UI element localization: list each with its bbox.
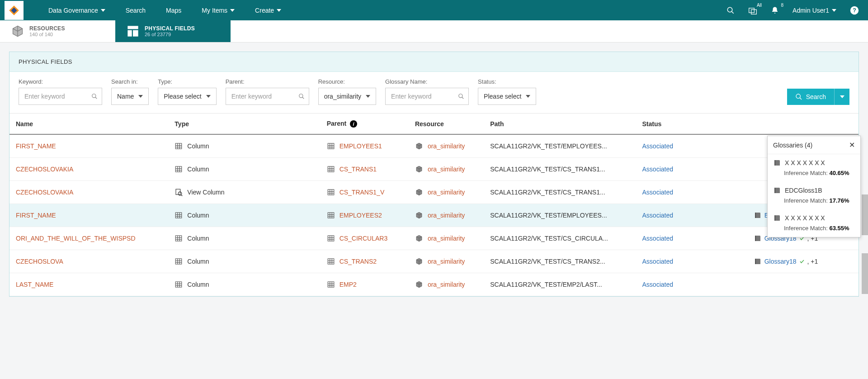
- parent-link[interactable]: EMPLOYEES1: [340, 142, 382, 150]
- bell-icon[interactable]: 8: [771, 6, 779, 14]
- scrollbar-thumb[interactable]: [862, 194, 868, 235]
- tab-physical-fields[interactable]: PHYSICAL FIELDS 26 of 23779: [115, 20, 231, 42]
- status-link[interactable]: Associated: [642, 258, 673, 265]
- filter-label-glossary: Glossary Name:: [385, 78, 469, 85]
- scrollbar-thumb[interactable]: [862, 253, 868, 294]
- cube-icon: [415, 234, 423, 242]
- parent-link[interactable]: EMPLOYEES2: [340, 212, 382, 219]
- search-dropdown[interactable]: [834, 89, 849, 105]
- table-row[interactable]: CZECHOSLOVAKIA View Column CS_TRANS1_V o…: [9, 181, 859, 204]
- resource-link[interactable]: ora_similarity: [428, 166, 465, 173]
- resource-link[interactable]: ora_similarity: [428, 281, 465, 288]
- status-link[interactable]: Associated: [642, 235, 673, 242]
- glossary-input[interactable]: [385, 88, 469, 105]
- name-link[interactable]: FIRST_NAME: [16, 142, 56, 150]
- nav-create[interactable]: Create: [255, 7, 281, 14]
- parent-link[interactable]: CS_TRANS1_V: [340, 189, 385, 196]
- table-icon: [327, 257, 335, 265]
- name-link[interactable]: CZECHOSLOVAKIA: [16, 189, 73, 196]
- svg-rect-88: [755, 259, 756, 264]
- table-row[interactable]: ORI_AND_THE_WILL_OF_THE_WISPSD Column CS…: [9, 227, 859, 250]
- glossary-item[interactable]: EDCGloss1B Inference Match: 17.76%: [768, 182, 860, 209]
- table-row[interactable]: CZECHOSLOVAKIA Column CS_TRANS1 ora_simi…: [9, 158, 859, 181]
- svg-rect-99: [774, 160, 775, 166]
- parent-link[interactable]: CS_CIRCULAR3: [340, 235, 388, 242]
- type-select[interactable]: Please select: [158, 88, 216, 105]
- searchin-select[interactable]: Name: [111, 88, 149, 105]
- table-row[interactable]: CZECHOSLOVA Column CS_TRANS2 ora_similar…: [9, 250, 859, 273]
- context-tabs: RESOURCES 140 of 140 PHYSICAL FIELDS 26 …: [0, 20, 868, 43]
- table-row[interactable]: LAST_NAME Column EMP2 ora_similarity SCA…: [9, 273, 859, 296]
- status-link[interactable]: Associated: [642, 166, 673, 173]
- svg-rect-13: [127, 30, 132, 37]
- tab-subtitle: 26 of 23779: [145, 32, 195, 37]
- physical-fields-panel: PHYSICAL FIELDS Keyword: Search in: Name…: [9, 52, 859, 297]
- resource-link[interactable]: ora_similarity: [428, 212, 465, 219]
- col-head-resource[interactable]: Resource: [409, 114, 484, 134]
- inference-label: Inference Match:: [784, 225, 828, 232]
- nav-label: My Items: [202, 7, 227, 14]
- svg-line-20: [302, 97, 304, 99]
- col-head-path[interactable]: Path: [484, 114, 636, 134]
- svg-line-26: [800, 98, 802, 99]
- glossaries-popover: Glossaries (4) ✕ X X X X X X X Inference…: [767, 136, 861, 237]
- resource-link[interactable]: ora_similarity: [428, 235, 465, 242]
- popover-title: Glossaries (4): [773, 142, 812, 149]
- nav-data-governance[interactable]: Data Governance: [48, 7, 105, 14]
- parent-link[interactable]: CS_TRANS1: [340, 166, 377, 173]
- chevron-down-icon: [206, 95, 211, 98]
- table-row[interactable]: FIRST_NAME Column EMPLOYEES1 ora_similar…: [9, 134, 859, 158]
- top-nav: Data Governance Search Maps My Items Cre…: [0, 0, 868, 20]
- col-head-type[interactable]: Type: [168, 114, 320, 134]
- status-select[interactable]: Please select: [478, 88, 536, 105]
- parent-link[interactable]: EMP2: [340, 281, 357, 288]
- popover-body[interactable]: X X X X X X X Inference Match: 40.65%EDC…: [768, 154, 860, 237]
- name-link[interactable]: CZECHOSLOVA: [16, 258, 63, 265]
- col-head-name[interactable]: Name: [9, 114, 168, 134]
- resource-link[interactable]: ora_similarity: [428, 142, 465, 150]
- status-link[interactable]: Associated: [642, 189, 673, 196]
- table-row[interactable]: FIRST_NAME Column EMPLOYEES2 ora_similar…: [9, 204, 859, 227]
- search-button[interactable]: Search: [787, 89, 834, 105]
- status-link[interactable]: Associated: [642, 142, 673, 150]
- filter-label-resource: Resource:: [318, 78, 376, 85]
- inference-label: Inference Match:: [784, 197, 828, 204]
- table-icon: [327, 142, 335, 150]
- status-link[interactable]: Associated: [642, 212, 673, 219]
- resource-select[interactable]: ora_similarity: [318, 88, 376, 105]
- close-icon[interactable]: ✕: [849, 141, 855, 149]
- task-icon[interactable]: All: [748, 6, 757, 14]
- nav-my-items[interactable]: My Items: [202, 7, 235, 14]
- global-search-icon[interactable]: [726, 6, 735, 14]
- nav-search[interactable]: Search: [126, 7, 146, 14]
- search-icon[interactable]: [298, 93, 305, 99]
- search-icon[interactable]: [91, 93, 98, 99]
- glossary-item[interactable]: X X X X X X X Inference Match: 40.65%: [768, 154, 860, 182]
- search-icon[interactable]: [458, 93, 464, 99]
- app-logo[interactable]: [5, 1, 24, 20]
- svg-rect-67: [176, 236, 182, 241]
- info-icon[interactable]: i: [350, 120, 357, 128]
- status-link[interactable]: Associated: [642, 281, 673, 288]
- user-menu[interactable]: Admin User1: [793, 7, 836, 14]
- svg-rect-78: [176, 259, 182, 264]
- parent-input[interactable]: [226, 88, 309, 105]
- nav-maps[interactable]: Maps: [166, 7, 181, 14]
- col-head-status[interactable]: Status: [636, 114, 747, 134]
- glossary-item[interactable]: X X X X X X X Inference Match: 63.55%: [768, 209, 860, 237]
- name-link[interactable]: CZECHOSLOVAKIA: [16, 166, 73, 173]
- resource-link[interactable]: ora_similarity: [428, 189, 465, 196]
- help-icon[interactable]: ?: [850, 6, 859, 15]
- name-link[interactable]: ORI_AND_THE_WILL_OF_THE_WISPSD: [16, 235, 136, 242]
- path-cell: SCALA11GR2/VK_TEST/EMPLOYEES...: [484, 134, 636, 158]
- glossary-link[interactable]: Glossary18: [764, 258, 797, 265]
- parent-link[interactable]: CS_TRANS2: [340, 258, 377, 265]
- name-link[interactable]: LAST_NAME: [16, 281, 53, 288]
- chevron-down-icon: [840, 95, 844, 98]
- type-label: Column: [187, 142, 209, 150]
- col-head-parent[interactable]: Parent i: [321, 114, 409, 134]
- resource-link[interactable]: ora_similarity: [428, 258, 465, 265]
- tab-resources[interactable]: RESOURCES 140 of 140: [0, 20, 115, 42]
- name-link[interactable]: FIRST_NAME: [16, 212, 56, 219]
- keyword-input[interactable]: [19, 88, 102, 105]
